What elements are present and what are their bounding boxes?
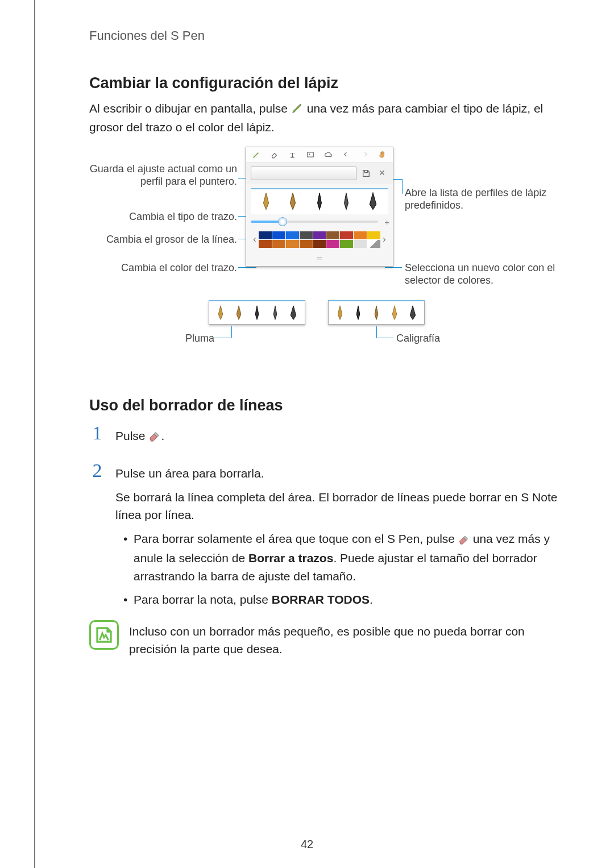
color-swatch[interactable] <box>367 231 380 239</box>
color-swatch[interactable] <box>300 231 313 239</box>
pen-type-strip[interactable] <box>251 188 388 214</box>
pen-nib[interactable] <box>213 305 228 322</box>
page-number: 42 <box>0 838 614 851</box>
pen-settings-panel: T × + <box>246 147 393 267</box>
callout-line-width: Cambia el grosor de la línea. <box>89 233 237 246</box>
bullet-erase-all: Para borrar la nota, pulse BORRAR TODOS. <box>123 591 560 609</box>
color-swatch[interactable] <box>326 231 339 239</box>
svg-point-1 <box>309 154 310 155</box>
note-icon <box>89 620 119 650</box>
step2-line2: Se borrará la línea completa del área. E… <box>115 488 560 524</box>
pen-nib[interactable] <box>231 305 246 322</box>
page-header: Funciones del S Pen <box>89 28 560 43</box>
step-1: 1 Pulse . <box>89 423 560 452</box>
callout-save-profile: Guarda el ajuste actual como un perfil p… <box>89 163 237 188</box>
bullet2-before: Para borrar la nota, pulse <box>134 593 272 606</box>
cloud-icon[interactable] <box>323 149 334 160</box>
bullet-stroke-erase: Para borrar solamente el área que toque … <box>123 530 560 585</box>
redo-icon[interactable] <box>359 149 370 160</box>
pen-nib-4[interactable] <box>337 192 355 212</box>
color-swatch[interactable] <box>300 240 313 248</box>
stroke-preview <box>251 167 356 180</box>
pen-nib[interactable] <box>333 305 347 322</box>
eraser-icon <box>148 429 161 447</box>
color-grid[interactable] <box>259 231 380 248</box>
section-title-pen-config: Cambiar la configuración del lápiz <box>89 74 560 92</box>
callout-open-profiles: Abre la lista de perfiles de lápiz prede… <box>405 186 564 212</box>
pen-nib[interactable] <box>250 305 264 322</box>
pen-strip-caligrafia <box>328 300 425 325</box>
pen-icon <box>291 102 304 119</box>
step-number: 1 <box>89 423 105 452</box>
pen-nib[interactable] <box>369 305 384 322</box>
plus-icon[interactable]: + <box>384 217 389 227</box>
note-text: Incluso con un borrador más pequeño, es … <box>129 620 560 658</box>
step1-text: Pulse <box>115 429 148 442</box>
thickness-slider[interactable]: + <box>251 218 388 226</box>
section1-intro: Al escribir o dibujar en pantalla, pulse… <box>89 100 560 136</box>
pen-strip-pluma <box>209 300 305 325</box>
pen-settings-figure: Guarda el ajuste actual como un perfil p… <box>89 147 578 374</box>
pen-icon[interactable] <box>251 149 262 160</box>
svg-rect-0 <box>308 152 314 157</box>
color-picker-icon[interactable] <box>367 240 380 248</box>
pen-nib[interactable] <box>387 305 402 322</box>
step2-line1: Pulse un área para borrarla. <box>115 464 560 483</box>
close-icon[interactable]: × <box>376 167 388 180</box>
pen-nib-2[interactable] <box>284 192 302 212</box>
step-2: 2 Pulse un área para borrarla. Se borrar… <box>89 461 560 614</box>
pen-nib-5[interactable] <box>364 192 382 212</box>
color-swatch[interactable] <box>354 240 367 248</box>
color-swatch[interactable] <box>340 231 353 239</box>
bullet1-bold: Borrar a trazos <box>248 551 333 564</box>
callout-stroke-type: Cambia el tipo de trazo. <box>89 210 237 223</box>
preview-row: × <box>246 163 393 184</box>
color-swatch[interactable] <box>272 231 285 239</box>
pen-nib[interactable] <box>405 305 420 322</box>
bullet1-before: Para borrar solamente el área que toque … <box>134 532 458 545</box>
eraser-icon <box>458 531 470 550</box>
bullet2-after: . <box>370 593 373 606</box>
color-swatch[interactable] <box>340 240 353 248</box>
pen-nib-1[interactable] <box>257 192 275 212</box>
profiles-icon[interactable] <box>360 167 372 180</box>
panel-toolbar: T <box>246 147 393 163</box>
color-swatch[interactable] <box>326 240 339 248</box>
undo-icon[interactable] <box>341 149 352 160</box>
step-number: 2 <box>89 461 105 614</box>
image-icon[interactable] <box>305 149 316 160</box>
pen-nib[interactable] <box>268 305 283 322</box>
color-swatch[interactable] <box>272 240 285 248</box>
eraser-icon[interactable] <box>269 149 280 160</box>
color-swatch[interactable] <box>259 231 272 239</box>
callout-stroke-color: Cambia el color del trazo. <box>89 261 237 275</box>
section-title-eraser: Uso del borrador de líneas <box>89 397 560 414</box>
color-swatch[interactable] <box>313 231 326 239</box>
step1-after: . <box>161 429 164 442</box>
color-swatch[interactable] <box>354 231 367 239</box>
pen-nib[interactable] <box>286 305 301 322</box>
text-icon[interactable]: T <box>287 149 298 160</box>
chevron-right-icon[interactable]: › <box>380 234 388 244</box>
pen-nib-3[interactable] <box>310 192 329 212</box>
intro-before: Al escribir o dibujar en pantalla, pulse <box>89 102 291 115</box>
note-box: Incluso con un borrador más pequeño, es … <box>89 620 560 658</box>
color-selector: ‹ <box>251 231 388 248</box>
color-swatch[interactable] <box>313 240 326 248</box>
color-swatch[interactable] <box>286 240 299 248</box>
pen-nib[interactable] <box>351 305 366 322</box>
chevron-left-icon[interactable]: ‹ <box>251 234 259 244</box>
label-pluma: Pluma <box>157 332 214 345</box>
bullet2-bold: BORRAR TODOS <box>272 593 370 606</box>
label-caligrafia: Caligrafía <box>396 332 440 345</box>
hand-icon[interactable] <box>377 149 388 160</box>
drag-handle-icon[interactable]: ═ <box>246 252 393 266</box>
color-swatch[interactable] <box>286 231 299 239</box>
callout-color-picker: Selecciona un nuevo color con el selecto… <box>405 261 570 287</box>
color-swatch[interactable] <box>259 240 272 248</box>
